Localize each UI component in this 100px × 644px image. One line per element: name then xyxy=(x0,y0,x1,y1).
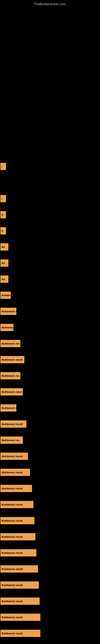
result-bar: Bottleneck resul xyxy=(0,388,23,396)
result-bar: Bottleneck result xyxy=(0,565,38,572)
result-bar: Bottleneck result xyxy=(0,517,34,524)
result-bar: Bottleneck result xyxy=(0,582,39,589)
result-bar-wrapper: Bottleneck result xyxy=(0,464,100,480)
result-bar: Bottleneck result xyxy=(0,630,40,637)
bar-label: Bottleneck result xyxy=(0,533,35,540)
result-bar-wrapper: Bottleneck res xyxy=(0,336,100,352)
result-bar-wrapper xyxy=(0,126,100,142)
bar-label: Bottleneck res xyxy=(0,372,20,379)
result-bar-wrapper: Bottlen xyxy=(0,288,100,304)
result-bar-wrapper: Bottleneck result xyxy=(0,561,100,577)
result-bar: Bottleneck res xyxy=(0,340,20,347)
result-bar-wrapper: Bottleneck r xyxy=(0,400,100,416)
bar-label: Bottleneck result xyxy=(0,420,26,428)
result-bar-wrapper: Bottleneck r xyxy=(0,304,100,320)
result-bar-wrapper: Bo xyxy=(0,255,100,271)
bar-label: Bottleneck result xyxy=(0,598,40,605)
bar-label: Bottleneck res xyxy=(0,340,20,347)
bars-container: ||BBBoBoBoBottlenBottleneck rBottlenecBo… xyxy=(0,92,100,642)
bar-label: Bottleneck r xyxy=(0,404,16,412)
bar-label: Bottleneck result xyxy=(0,582,39,589)
result-bar: B xyxy=(0,211,6,218)
result-bar-wrapper: Bottleneck result xyxy=(0,448,100,464)
result-bar-wrapper: Bottleneck result xyxy=(0,577,100,593)
result-bar: Bottleneck result xyxy=(0,469,30,476)
result-bar: Bo xyxy=(0,243,8,250)
bar-label: Bottleneck resul xyxy=(0,388,23,396)
result-bar-wrapper: Bottleneck result xyxy=(0,352,100,368)
bar-label: Bottlenec xyxy=(0,324,13,331)
result-bar-wrapper: Bottleneck result xyxy=(0,480,100,497)
result-bar-wrapper: B xyxy=(0,223,100,239)
result-bar: Bottleneck result xyxy=(0,549,36,556)
bar-label: | xyxy=(0,163,6,170)
bar-label: Bottleneck result xyxy=(0,549,36,556)
result-bar: Bottleneck res xyxy=(0,436,23,444)
bar-label: Bo xyxy=(0,243,8,250)
result-bar: Bottlen xyxy=(0,292,11,299)
site-title: TheBottlenecker.com xyxy=(0,0,100,8)
result-bar-wrapper: Bottleneck result xyxy=(0,610,100,626)
result-bar: Bottleneck result xyxy=(0,420,26,428)
result-bar-wrapper: Bottleneck result xyxy=(0,545,100,561)
result-bar: Bottleneck result xyxy=(0,452,28,460)
result-bar: Bo xyxy=(0,260,8,267)
bar-label: Bottleneck r xyxy=(0,308,16,315)
result-bar-wrapper xyxy=(0,110,100,126)
bar-label: Bottleneck result xyxy=(0,469,30,476)
result-bar: Bottleneck res xyxy=(0,372,20,379)
result-bar-wrapper: Bottleneck result xyxy=(0,593,100,610)
result-bar: B xyxy=(0,227,6,234)
result-bar-wrapper: Bottleneck res xyxy=(0,432,100,448)
result-bar-wrapper: Bottleneck resul xyxy=(0,384,100,400)
bar-label: B xyxy=(0,211,6,218)
result-bar: Bottleneck result xyxy=(0,356,24,363)
result-bar: Bottleneck r xyxy=(0,404,16,412)
result-bar: Bottleneck result xyxy=(0,598,40,605)
result-bar-wrapper: Bottleneck result xyxy=(0,513,100,529)
result-bar-wrapper: Bottleneck result xyxy=(0,529,100,545)
bar-label: Bottleneck result xyxy=(0,356,24,363)
bar-label: Bottleneck result xyxy=(0,485,32,492)
bar-label: B xyxy=(0,227,6,234)
result-bar-wrapper: Bottlenec xyxy=(0,320,100,336)
result-bar-wrapper: B xyxy=(0,207,100,223)
result-bar-wrapper: Bottleneck res xyxy=(0,368,100,384)
result-bar-wrapper: Bottleneck result xyxy=(0,626,100,642)
result-bar-wrapper: Bottleneck result xyxy=(0,497,100,513)
result-bar: Bottleneck result xyxy=(0,501,33,508)
bar-label: | xyxy=(0,195,6,202)
bar-label: Bottleneck result xyxy=(0,565,38,572)
result-bar: Bottlenec xyxy=(0,324,13,331)
bar-label: Bottleneck result xyxy=(0,630,40,637)
result-bar-wrapper: Bo xyxy=(0,271,100,288)
bar-label: Bottleneck result xyxy=(0,614,40,621)
result-bar: Bottleneck r xyxy=(0,308,16,315)
result-bar: Bottleneck result xyxy=(0,485,32,492)
result-bar-wrapper: Bottleneck result xyxy=(0,416,100,432)
result-bar: Bottleneck result xyxy=(0,533,35,540)
result-bar-wrapper: | xyxy=(0,191,100,207)
result-bar: Bottleneck result xyxy=(0,614,40,621)
bar-label: Bottleneck result xyxy=(0,517,34,524)
result-bar: | xyxy=(0,195,6,202)
bar-label: Bottleneck res xyxy=(0,436,23,444)
bar-label: Bottlen xyxy=(0,292,11,299)
result-bar-wrapper: | xyxy=(0,158,100,175)
result-bar-wrapper xyxy=(0,175,100,191)
bar-label: Bo xyxy=(0,276,8,283)
chart-area xyxy=(0,8,100,92)
result-bar-wrapper: Bo xyxy=(0,239,100,255)
result-bar-wrapper xyxy=(0,142,100,158)
bar-label: Bottleneck result xyxy=(0,501,33,508)
result-bar-wrapper xyxy=(0,94,100,110)
result-bar: | xyxy=(0,163,6,170)
bar-label: Bo xyxy=(0,260,8,267)
result-bar: Bo xyxy=(0,276,8,283)
bar-label: Bottleneck result xyxy=(0,452,28,460)
